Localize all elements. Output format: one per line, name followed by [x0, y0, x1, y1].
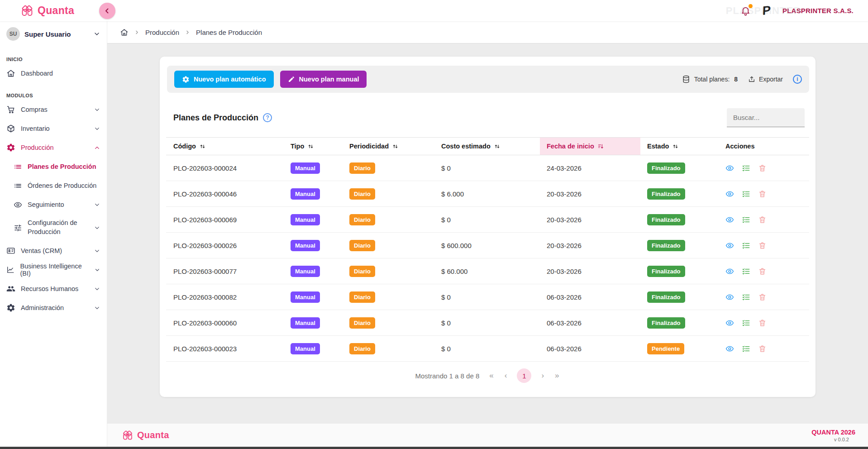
column-header-estado[interactable]: Estado: [640, 138, 719, 155]
help-icon[interactable]: ?: [263, 113, 272, 122]
type-badge: Manual: [291, 317, 320, 329]
detail-list-icon[interactable]: [742, 241, 750, 250]
sort-icon: [199, 143, 206, 150]
breadcrumb: Producción Planes de Producción: [107, 21, 868, 43]
delete-icon[interactable]: [758, 164, 767, 172]
breadcrumb-produccion[interactable]: Producción: [145, 29, 179, 36]
quanta-logo[interactable]: Quanta: [20, 4, 74, 18]
view-icon[interactable]: [725, 241, 734, 250]
sidebar-item-planes-de-produccion[interactable]: Planes de Producción: [0, 157, 107, 176]
period-badge: Diario: [349, 188, 375, 200]
view-icon[interactable]: [725, 215, 734, 224]
chevron-down-icon: [94, 106, 100, 113]
column-header-costo[interactable]: Costo estimado: [441, 138, 540, 155]
plan-cost: $ 0: [441, 164, 540, 172]
plans-card: Nuevo plan automático Nuevo plan manual …: [160, 57, 816, 397]
sort-icon: [672, 143, 679, 150]
view-icon[interactable]: [725, 190, 734, 198]
status-badge: Finalizado: [647, 240, 685, 251]
view-icon[interactable]: [725, 344, 734, 353]
delete-icon[interactable]: [758, 190, 767, 198]
table-row: PLO-202603-000024 Manual Diario $ 0 24-0…: [166, 155, 809, 181]
status-badge: Finalizado: [647, 214, 685, 225]
detail-list-icon[interactable]: [742, 293, 750, 301]
sidebar-item-configuracion-de-produccion[interactable]: Configuración de Producción: [0, 214, 107, 241]
prev-page-button[interactable]: ‹: [504, 371, 508, 380]
status-badge: Finalizado: [647, 317, 685, 329]
last-page-button[interactable]: »: [554, 371, 560, 380]
detail-list-icon[interactable]: [742, 190, 750, 198]
next-page-button[interactable]: ›: [540, 371, 545, 380]
detail-list-icon[interactable]: [742, 344, 750, 353]
sidebar-item-inventario[interactable]: Inventario: [0, 119, 107, 138]
breadcrumb-home[interactable]: [120, 28, 129, 37]
plan-code: PLO-202603-000026: [173, 242, 291, 249]
detail-list-icon[interactable]: [742, 319, 750, 327]
cube-icon: [6, 124, 15, 133]
sort-icon: [494, 143, 501, 150]
sidebar-item-recursos-humanos[interactable]: Recursos Humanos: [0, 279, 107, 298]
sidebar-item-administracion[interactable]: Administración: [0, 298, 107, 317]
column-header-fecha-inicio[interactable]: Fecha de inicio: [540, 138, 640, 155]
quanta-flower-icon: [20, 4, 34, 18]
plan-start-date: 06-03-2026: [540, 293, 640, 301]
delete-icon[interactable]: [758, 241, 767, 250]
view-icon[interactable]: [725, 319, 734, 327]
delete-icon[interactable]: [758, 319, 767, 327]
sidebar-item-produccion[interactable]: Producción: [0, 138, 107, 157]
new-auto-plan-button[interactable]: Nuevo plan automático: [174, 71, 274, 88]
detail-list-icon[interactable]: [742, 215, 750, 224]
user-menu[interactable]: SU Super Usuario: [0, 21, 107, 47]
column-header-periodicidad[interactable]: Periodicidad: [349, 138, 441, 155]
table-header: Código Tipo Periodicidad Costo estimado …: [166, 137, 809, 155]
notifications-button[interactable]: [740, 5, 751, 16]
search-input[interactable]: [727, 108, 805, 127]
sidebar-item-ventas-crm[interactable]: Ventas (CRM): [0, 241, 107, 260]
period-badge: Diario: [349, 240, 375, 251]
database-icon: [682, 75, 691, 84]
delete-icon[interactable]: [758, 293, 767, 301]
sidebar-item-dashboard[interactable]: Dashboard: [0, 64, 107, 83]
type-badge: Manual: [291, 162, 320, 174]
sidebar-collapse-button[interactable]: [99, 3, 115, 19]
table-row: PLO-202603-000082 Manual Diario $ 0 06-0…: [166, 284, 809, 310]
plan-code: PLO-202603-000077: [173, 267, 291, 275]
view-icon[interactable]: [725, 293, 734, 301]
gear-icon: [182, 76, 190, 83]
breadcrumb-planes[interactable]: Planes de Producción: [196, 29, 262, 36]
status-badge: Pendiente: [647, 343, 684, 354]
table-row: PLO-202603-000077 Manual Diario $ 60.000…: [166, 258, 809, 284]
plan-code: PLO-202603-000023: [173, 345, 291, 353]
column-header-tipo[interactable]: Tipo: [291, 138, 349, 155]
status-badge: Finalizado: [647, 266, 685, 277]
chevron-right-icon: [185, 29, 191, 35]
detail-list-icon[interactable]: [742, 267, 750, 276]
sidebar-item-seguimiento[interactable]: Seguimiento: [0, 195, 107, 214]
info-icon[interactable]: i: [793, 75, 802, 84]
sidebar-item-compras[interactable]: Compras: [0, 100, 107, 119]
export-button[interactable]: Exportar: [748, 75, 783, 83]
view-icon[interactable]: [725, 267, 734, 276]
period-badge: Diario: [349, 291, 375, 303]
pagination: Mostrando 1 a 8 de 8 « ‹ 1 › »: [166, 362, 809, 390]
table-row: PLO-202603-000069 Manual Diario $ 0 20-0…: [166, 207, 809, 233]
pencil-icon: [288, 76, 295, 83]
view-icon[interactable]: [725, 164, 734, 172]
new-manual-plan-button[interactable]: Nuevo plan manual: [280, 71, 367, 88]
current-page-button[interactable]: 1: [517, 368, 531, 383]
delete-icon[interactable]: [758, 267, 767, 276]
type-badge: Manual: [291, 343, 320, 354]
sidebar-item-ordenes-de-produccion[interactable]: Órdenes de Producción: [0, 176, 107, 195]
chevron-right-icon: [134, 29, 140, 35]
company-name: PLASPRINTER S.A.S.: [782, 7, 854, 14]
id-card-icon: [6, 246, 15, 255]
top-header: Quanta PLASPRINTER P PLASPRINTER S.A.S.: [0, 0, 868, 21]
delete-icon[interactable]: [758, 215, 767, 224]
column-header-codigo[interactable]: Código: [173, 138, 291, 155]
first-page-button[interactable]: «: [488, 371, 494, 380]
delete-icon[interactable]: [758, 344, 767, 353]
table-row: PLO-202603-000026 Manual Diario $ 600.00…: [166, 233, 809, 258]
sidebar-item-business-intelligence[interactable]: Business Intelligence (BI): [0, 260, 107, 279]
detail-list-icon[interactable]: [742, 164, 750, 172]
chevron-down-icon: [94, 248, 100, 254]
